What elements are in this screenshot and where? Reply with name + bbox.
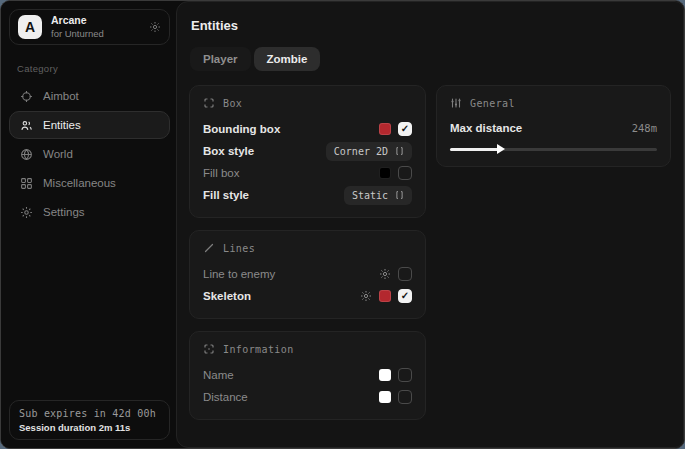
color-swatch[interactable]	[379, 167, 391, 179]
gear-icon[interactable]	[149, 21, 161, 33]
panel-general: General Max distance 248m	[436, 85, 671, 167]
slider-thumb[interactable]	[497, 144, 505, 154]
color-swatch[interactable]	[379, 290, 391, 302]
row-label: Line to enemy	[203, 268, 379, 280]
sidebar-item-world[interactable]: World	[9, 140, 170, 168]
color-swatch[interactable]	[379, 391, 391, 403]
row-label: Bounding box	[203, 123, 379, 135]
checkbox[interactable]	[398, 390, 412, 404]
color-swatch[interactable]	[379, 369, 391, 381]
sidebar-item-label: World	[43, 148, 73, 160]
sidebar-item-aimbot[interactable]: Aimbot	[9, 82, 170, 110]
row-label: Name	[203, 369, 379, 381]
sidebar-item-entities[interactable]: Entities	[9, 111, 170, 139]
tab-player[interactable]: Player	[190, 47, 251, 71]
app-subtitle: for Unturned	[51, 29, 140, 39]
row-label: Fill box	[203, 167, 379, 179]
panel-general-header: General	[450, 95, 657, 111]
slider-value: 248m	[632, 122, 657, 134]
sidebar-item-label: Entities	[43, 119, 81, 131]
fill-style-dropdown[interactable]: Static	[344, 186, 412, 205]
main-content: Entities Player Zombie Box	[176, 1, 684, 448]
row-label: Box style	[203, 145, 326, 157]
sliders-icon	[450, 97, 462, 109]
sidebar-item-label: Settings	[43, 206, 85, 218]
row-skeleton: Skeleton ✓	[203, 285, 412, 307]
gear-icon[interactable]	[360, 290, 372, 302]
session-duration-text: Session duration 2m 11s	[19, 422, 160, 433]
checkmark-icon: ✓	[401, 291, 409, 301]
panel-title: Information	[223, 344, 294, 355]
sidebar-spacer	[9, 226, 170, 400]
app-name: Arcane	[51, 15, 140, 27]
panel-columns: Box Bounding box ✓ Box style	[189, 85, 671, 420]
row-label: Skeleton	[203, 290, 360, 302]
max-distance-slider[interactable]	[450, 143, 657, 155]
sidebar-item-miscellaneous[interactable]: Miscellaneous	[9, 169, 170, 197]
select-brackets-icon	[395, 190, 404, 200]
checkbox[interactable]	[398, 166, 412, 180]
panel-box-header: Box	[203, 95, 412, 111]
row-box-style: Box style Corner 2D	[203, 140, 412, 162]
gear-icon	[20, 206, 33, 219]
panel-box: Box Bounding box ✓ Box style	[189, 85, 426, 218]
checkbox[interactable]	[398, 267, 412, 281]
sidebar-item-label: Miscellaneous	[43, 177, 116, 189]
checkbox[interactable]: ✓	[398, 122, 412, 136]
panel-information-header: Information	[203, 341, 412, 357]
sidebar-item-label: Aimbot	[43, 90, 79, 102]
dropdown-value: Static	[352, 190, 388, 201]
row-label: Distance	[203, 391, 379, 403]
panel-lines: Lines Line to enemy	[189, 230, 426, 319]
row-name: Name	[203, 364, 412, 386]
grid-icon	[20, 177, 33, 190]
dropdown-value: Corner 2D	[334, 146, 388, 157]
row-bounding-box: Bounding box ✓	[203, 118, 412, 140]
sidebar-nav: Aimbot Entities	[9, 82, 170, 226]
checkmark-icon: ✓	[401, 124, 409, 134]
row-fill-style: Fill style Static	[203, 184, 412, 206]
tab-zombie[interactable]: Zombie	[254, 47, 321, 71]
diagonal-line-icon	[203, 242, 215, 254]
app-logo: A	[18, 15, 42, 39]
slider-fill	[450, 148, 502, 151]
panel-lines-header: Lines	[203, 240, 412, 256]
subscription-box: Sub expires in 42d 00h Session duration …	[9, 400, 170, 440]
checkbox[interactable]	[398, 368, 412, 382]
checkbox[interactable]: ✓	[398, 289, 412, 303]
row-line-to-enemy: Line to enemy	[203, 263, 412, 285]
row-label: Fill style	[203, 189, 344, 201]
row-distance: Distance	[203, 386, 412, 408]
sub-expires-text: Sub expires in 42d 00h	[19, 408, 160, 419]
box-style-dropdown[interactable]: Corner 2D	[326, 142, 412, 161]
sidebar: A Arcane for Unturned Category	[1, 1, 176, 448]
globe-icon	[20, 148, 33, 161]
panel-title: Box	[223, 98, 242, 109]
row-max-distance: Max distance 248m	[450, 118, 657, 138]
select-brackets-icon	[395, 146, 404, 156]
column-left: Box Bounding box ✓ Box style	[189, 85, 426, 420]
color-swatch[interactable]	[379, 123, 391, 135]
tab-bar: Player Zombie	[190, 47, 671, 71]
gear-icon[interactable]	[379, 268, 391, 280]
category-label: Category	[17, 63, 170, 74]
logo-text: Arcane for Unturned	[51, 15, 140, 39]
entities-icon	[20, 119, 33, 132]
sidebar-item-settings[interactable]: Settings	[9, 198, 170, 226]
scan-icon	[203, 343, 215, 355]
page-title: Entities	[191, 18, 671, 33]
row-label: Max distance	[450, 122, 632, 134]
row-fill-box: Fill box	[203, 162, 412, 184]
box-corners-icon	[203, 97, 215, 109]
app-window: A Arcane for Unturned Category	[0, 0, 685, 449]
logo-card: A Arcane for Unturned	[9, 9, 170, 45]
panel-title: General	[470, 98, 515, 109]
panel-title: Lines	[223, 243, 255, 254]
column-right: General Max distance 248m	[436, 85, 671, 167]
panel-information: Information Name Distance	[189, 331, 426, 420]
crosshair-icon	[20, 90, 33, 103]
